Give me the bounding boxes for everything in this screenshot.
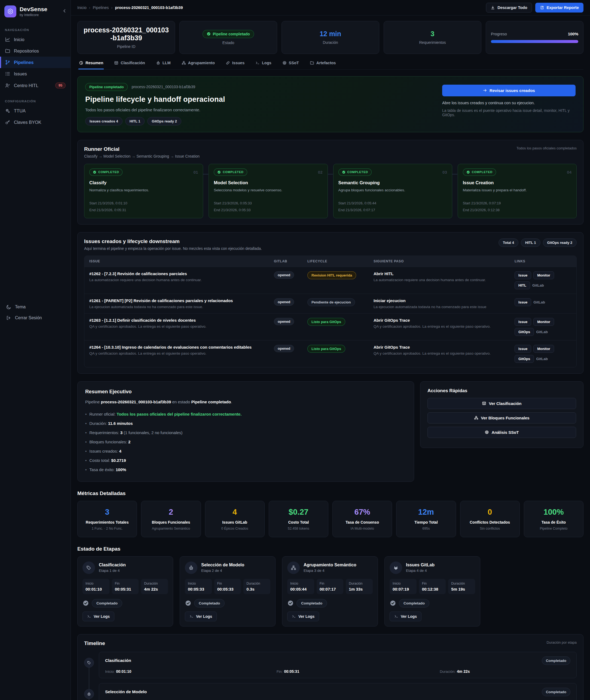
timeline-fin: 00:05:31 <box>284 669 299 674</box>
issue-title[interactable]: #1261 - [PARENT] [P2] Revisión de califi… <box>89 298 269 303</box>
issues-section: Issues creados y lifecycle downstream Aq… <box>77 232 583 374</box>
acciones-rapidas-card: Acciones Rápidas Ver Clasificación Ver B… <box>420 381 583 448</box>
tab-logs[interactable]: Logs <box>255 58 272 70</box>
robot-icon <box>156 61 160 65</box>
sidebar-item-centro-hitl[interactable]: Centro HITL 95 <box>0 80 71 92</box>
resumen-intro: Pipeline process-20260321_000103-b1af3b3… <box>85 399 406 404</box>
gitlab-link[interactable]: GitLab <box>536 330 548 334</box>
chip-total: Total 4 <box>498 238 518 247</box>
stage-inicio: 00:07:19 <box>393 587 414 591</box>
sidebar-item-repositorios[interactable]: Repositorios <box>0 45 71 56</box>
tab-resumen[interactable]: Resumen <box>78 58 104 70</box>
tab-agrupamiento[interactable]: Agrupamiento <box>181 58 215 70</box>
summary-cards: process-20260321_000103-b1af3b39 Pipelin… <box>77 21 583 54</box>
ver-logs-button[interactable]: Ver Logs <box>287 611 319 621</box>
sitemap-icon <box>182 61 186 65</box>
stage-icon-wrap <box>185 562 197 574</box>
gitops-link-button[interactable]: GitOps <box>515 355 534 363</box>
gitlab-link[interactable]: GitLab <box>532 283 544 287</box>
next-step-subtitle: QA y certificacion aprobados. La entrega… <box>374 324 510 329</box>
theme-toggle[interactable]: Tema <box>0 302 71 313</box>
runner-title: Runner Oficial <box>84 146 200 152</box>
sidebar-item-pipelines[interactable]: Pipelines <box>0 56 71 68</box>
stage-seleccion-modelo: Selección de Modelo Etapa 2 de 4 Inicio0… <box>180 556 276 626</box>
step-start: Start 21/3/2026, 0:01:10 <box>89 200 198 207</box>
gitops-link-button[interactable]: GitOps <box>515 328 534 336</box>
export-report-button[interactable]: Exportar Reporte <box>535 3 583 12</box>
tab-llm[interactable]: LLM <box>156 58 171 70</box>
sidebar-item-ttua[interactable]: TTUA <box>0 105 71 116</box>
banner-note-secondary: La tabla de issues es el puente operativ… <box>442 108 576 117</box>
issue-link-button[interactable]: Issue <box>515 345 531 353</box>
breadcrumb-pipelines[interactable]: Pipelines <box>93 5 109 10</box>
stage-status-badge: Completado <box>296 599 327 607</box>
tab-artefactos[interactable]: Artefactos <box>309 58 336 70</box>
timeline-dot <box>84 689 94 699</box>
logout-button[interactable]: Cerrar Sesión <box>0 313 71 323</box>
bullet-issues: Issues creados: 4 <box>85 447 406 456</box>
monitor-link-button[interactable]: Monitor <box>533 271 554 279</box>
tag-icon <box>87 661 91 665</box>
timeline-title: Timeline <box>84 640 105 647</box>
robot-icon <box>87 692 91 696</box>
runner-step-semantic-grouping: COMPLETED 03 Semantic Grouping Agrupa bl… <box>333 164 452 218</box>
check-circle-icon <box>93 170 96 174</box>
ver-bloques-funcionales-button[interactable]: Ver Bloques Funcionales <box>427 412 576 424</box>
sitemap-icon <box>474 416 478 420</box>
next-step-title: Abrir GitOps Trace <box>374 345 510 349</box>
issue-title[interactable]: #1263 - [1.2.1] Definir clasificación de… <box>89 318 269 323</box>
stage-icon-wrap <box>83 562 95 574</box>
download-all-button[interactable]: Descargar Todo <box>486 3 532 12</box>
metric-tasa-consenso: 67% Tasa de Consenso IA Multi-modelo <box>332 501 392 537</box>
lifecycle-badge: Revision HITL requerida <box>307 271 356 279</box>
issue-title[interactable]: #1262 - [7.2.3] Revisión de calificacion… <box>89 271 269 276</box>
next-step-subtitle: La ejecucion automatizada todavia no ha … <box>374 305 510 309</box>
tab-clasificacion[interactable]: Clasificación <box>113 58 145 70</box>
intro-pipeline-id: process-20260321_000103-b1af3b39 <box>101 399 171 404</box>
tag-icon <box>86 565 92 570</box>
issues-table: ISSUE GITLAB LIFECYCLE SIGUIENTE PASO LI… <box>84 255 577 367</box>
ver-logs-button[interactable]: Ver Logs <box>83 611 114 621</box>
revisar-issues-button[interactable]: Revisar issues creados <box>442 85 576 96</box>
monitor-link-button[interactable]: Monitor <box>533 345 554 353</box>
monitor-link-button[interactable]: Monitor <box>533 318 554 326</box>
chip-issues-creados: Issues creados 4 <box>85 117 122 125</box>
issue-subtitle: QA y certificacion aprobados. La entrega… <box>89 324 269 329</box>
chart-icon <box>5 37 10 42</box>
sidebar-footer: Tema Cerrar Sesión <box>0 302 71 323</box>
runner-oficial-section: Runner Oficial Classify → Model Selectio… <box>77 140 583 225</box>
sidebar-item-inicio[interactable]: Inicio <box>0 34 71 45</box>
sidebar-collapse-icon[interactable] <box>62 8 67 14</box>
breadcrumb-inicio[interactable]: Inicio <box>77 5 87 10</box>
progreso-percent: 100% <box>568 31 578 36</box>
timeline-row-clasificacion: Clasificación Completado Inicio:00:01:10… <box>84 652 577 678</box>
chip-gitops-ready: GitOps ready 2 <box>147 117 181 125</box>
gitlab-link[interactable]: GitLab <box>536 357 548 361</box>
terminal-icon <box>394 614 398 618</box>
lifecycle-badge: Listo para GitOps <box>307 318 345 326</box>
hitl-link-button[interactable]: HITL <box>515 281 530 289</box>
bullet-tasa-exito: Tasa de éxito: 100% <box>85 465 406 474</box>
tab-ssot[interactable]: SSoT <box>282 58 299 70</box>
check-circle-icon <box>342 170 346 174</box>
runner-right-note: Todos los pasos oficiales completados <box>516 146 577 150</box>
issue-link-button[interactable]: Issue <box>515 271 531 279</box>
issue-subtitle: La ejecucion automatizada todavia no ha … <box>89 305 269 309</box>
ver-clasificacion-button[interactable]: Ver Clasificación <box>427 398 576 409</box>
analisis-ssot-button[interactable]: Análisis SSoT <box>427 427 576 438</box>
metric-requerimientos-totales: 3 Requerimientos Totales 1 Func. · 2 No … <box>77 501 137 537</box>
tab-issues[interactable]: Issues <box>225 58 245 70</box>
issue-title[interactable]: #1264 - [10.3.10] Ingreso de calendarios… <box>89 345 269 349</box>
sidebar-item-issues[interactable]: Issues <box>0 68 71 80</box>
issue-link-button[interactable]: Issue <box>515 298 531 306</box>
ver-logs-button[interactable]: Ver Logs <box>390 611 421 621</box>
gitlab-link[interactable]: GitLab <box>533 300 545 304</box>
banner-title: Pipeline lifecycle y handoff operacional <box>85 95 431 104</box>
timeline-status-badge: Completado <box>542 688 570 696</box>
sidebar-item-claves-byok[interactable]: Claves BYOK <box>0 116 71 128</box>
timeline-inicio: 00:01:10 <box>116 669 131 674</box>
ver-logs-button[interactable]: Ver Logs <box>185 611 217 621</box>
timeline-row-seleccion-modelo: Selección de Modelo Completado Inicio:00… <box>84 683 577 700</box>
issue-link-button[interactable]: Issue <box>515 318 531 326</box>
arrow-right-icon <box>483 88 487 93</box>
